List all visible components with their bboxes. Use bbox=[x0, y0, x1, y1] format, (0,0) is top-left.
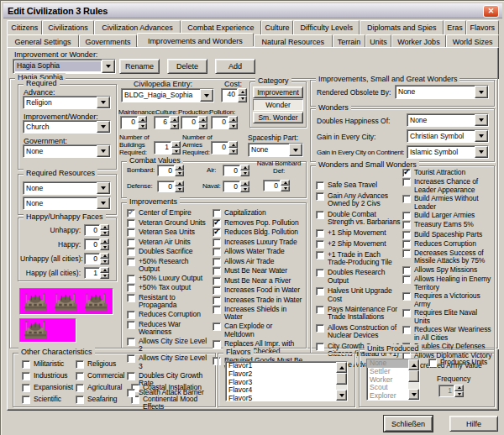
checkbox[interactable] bbox=[402, 326, 411, 334]
checkbox-allows-healing-in-enemy-territory[interactable]: Allows Healing in Enemy Territory bbox=[402, 275, 492, 291]
checkbox[interactable] bbox=[76, 372, 84, 380]
checkbox[interactable] bbox=[402, 240, 411, 249]
checkbox-doubles-city-growth-rate[interactable]: Doubles City Growth Rate bbox=[127, 372, 211, 388]
checkbox-doubles-sacrifice[interactable]: Doubles Sacrifice bbox=[127, 248, 211, 256]
checkbox[interactable] bbox=[402, 231, 411, 239]
tab-improvements-and-wonders[interactable]: Improvements and Wonders bbox=[137, 33, 253, 46]
spin-up-button[interactable] bbox=[100, 238, 109, 244]
spin-down-button[interactable] bbox=[100, 273, 109, 279]
checkbox[interactable] bbox=[316, 251, 324, 259]
required-improvement-dropdown[interactable]: Church bbox=[23, 120, 111, 134]
dropdown-arrow-button[interactable] bbox=[97, 182, 110, 194]
checkbox-allows-spy-missions[interactable]: Allows Spy Missions bbox=[402, 266, 492, 275]
checkbox[interactable] bbox=[316, 324, 324, 333]
checkbox-safe-sea-travel[interactable]: Safe Sea Travel bbox=[316, 181, 402, 190]
spin-down-button[interactable] bbox=[281, 186, 290, 191]
checkbox[interactable] bbox=[316, 306, 324, 314]
checkbox-increases-food-in-water[interactable]: Increases Food in Water bbox=[213, 286, 303, 295]
checkbox[interactable] bbox=[402, 212, 411, 220]
dropdown-arrow-button[interactable] bbox=[475, 130, 488, 142]
checkbox[interactable] bbox=[127, 372, 135, 380]
checkbox-allows-city-size-level-2[interactable]: Allows City Size Level 2 bbox=[127, 338, 211, 354]
checkbox-reduces-corruption[interactable]: Reduces Corruption bbox=[127, 311, 211, 319]
checkbox-expansionist[interactable]: Expansionist bbox=[22, 384, 74, 392]
checkbox-allows-construction-of-nuclear-devices[interactable]: Allows Construction of Nuclear Devices bbox=[316, 324, 402, 340]
checkbox[interactable] bbox=[76, 360, 84, 369]
cost-spinner[interactable]: 40 bbox=[221, 88, 247, 102]
spin-down-button[interactable] bbox=[100, 259, 109, 265]
checkbox[interactable] bbox=[127, 228, 135, 237]
checkbox-scientific[interactable]: Scientific bbox=[22, 396, 74, 404]
pollution-spinner[interactable]: 0 bbox=[211, 116, 238, 129]
tab-worker-jobs[interactable]: Worker Jobs bbox=[391, 34, 446, 48]
checkbox[interactable] bbox=[402, 249, 411, 258]
defense-spinner[interactable]: 0 bbox=[157, 181, 184, 192]
spinner-unhappy[interactable]: 0 bbox=[84, 224, 109, 236]
checkbox[interactable] bbox=[316, 229, 324, 238]
scrollbar-down-button[interactable] bbox=[336, 390, 347, 401]
checkbox-gain-any-advances-owned-by-2-civs[interactable]: Gain Any Advances Owned by 2 Civs bbox=[316, 192, 402, 208]
buildings-required-value[interactable]: 1 bbox=[154, 141, 171, 155]
bombard-spinner[interactable]: 0 bbox=[157, 165, 184, 176]
checkbox-increases-shields-in-water[interactable]: Increases Shields in Water bbox=[213, 306, 303, 322]
checkbox[interactable] bbox=[213, 258, 221, 266]
checkbox[interactable] bbox=[213, 322, 221, 331]
maintenance-value[interactable]: 0 bbox=[120, 116, 138, 129]
spin-up-button[interactable] bbox=[198, 116, 207, 123]
checkbox-commercial[interactable]: Commercial bbox=[76, 372, 129, 380]
tab-flavors[interactable]: Flavors bbox=[466, 20, 499, 34]
pollution-value[interactable]: 0 bbox=[211, 116, 228, 129]
spin-up-button[interactable] bbox=[281, 180, 290, 186]
government-dropdown[interactable]: None bbox=[23, 144, 111, 158]
bombard-value[interactable]: 0 bbox=[157, 165, 175, 176]
doubles-happiness-dropdown[interactable]: None bbox=[407, 113, 489, 127]
flavors-listbox[interactable]: Flavor1Flavor2Flavor3Flavor4Flavor5 bbox=[225, 361, 348, 401]
production-spinner[interactable]: 0 bbox=[181, 116, 207, 129]
checkbox[interactable] bbox=[316, 192, 324, 201]
checkbox[interactable] bbox=[76, 396, 84, 404]
checkbox[interactable] bbox=[402, 178, 411, 186]
spin-up-button[interactable] bbox=[170, 116, 179, 123]
checkbox[interactable] bbox=[402, 221, 411, 229]
checkbox[interactable] bbox=[213, 238, 221, 247]
spin-up-button[interactable] bbox=[100, 253, 109, 259]
spin-up-button[interactable] bbox=[100, 224, 109, 230]
checkbox[interactable] bbox=[402, 169, 411, 177]
checkbox[interactable] bbox=[213, 277, 221, 286]
checkbox-increases-luxury-trade[interactable]: Increases Luxury Trade bbox=[213, 238, 303, 247]
spinner-unhappy-all-cities[interactable]: 0 bbox=[84, 253, 109, 265]
dropdown-arrow-button[interactable] bbox=[97, 97, 110, 108]
checkbox-requires-a-victorious-army[interactable]: Requires a Victorious Army bbox=[402, 292, 492, 308]
tab-culture[interactable]: Culture bbox=[261, 20, 294, 34]
tab-diplomats-and-spies[interactable]: Diplomats and Spies bbox=[360, 20, 444, 34]
civilopedia-entry-dropdown[interactable]: BLDG_Hagia_Sophia bbox=[121, 88, 214, 102]
checkbox-allows-city-size-level-3[interactable]: Allows City Size Level 3 bbox=[127, 354, 211, 370]
checkbox-requires-elite-naval-units[interactable]: Requires Elite Naval Units bbox=[402, 309, 492, 325]
checkbox-decreases-success-of-missile-attacks-by-75[interactable]: Decreases Success of Missile Attacks by … bbox=[402, 249, 492, 265]
gain-every-city-dropdown[interactable]: Christian Symbol bbox=[407, 129, 489, 143]
checkbox-1-ship-movement[interactable]: +1 Ship Movement bbox=[316, 229, 402, 238]
add-button[interactable]: Add bbox=[215, 59, 255, 74]
checkbox[interactable] bbox=[316, 181, 324, 190]
flavors-scrollbar[interactable] bbox=[336, 362, 347, 401]
checkbox[interactable] bbox=[213, 296, 221, 305]
tab-natural-resources[interactable]: Natural Resources bbox=[254, 34, 333, 48]
gain-continent-dropdown[interactable]: Islamic Symbol bbox=[407, 145, 489, 159]
close-dialog-button[interactable]: Schließen bbox=[384, 416, 433, 432]
spin-down-button[interactable] bbox=[238, 96, 247, 103]
checkbox[interactable] bbox=[127, 338, 135, 346]
spin-down-button[interactable] bbox=[240, 186, 249, 192]
spin-down-button[interactable] bbox=[171, 148, 181, 155]
dropdown-arrow-button[interactable] bbox=[97, 121, 110, 133]
spin-down-button[interactable] bbox=[175, 170, 184, 176]
checkbox[interactable] bbox=[127, 389, 135, 397]
checkbox-reduces-corruption[interactable]: Reduces Corruption bbox=[402, 240, 492, 249]
checkbox-capitalization[interactable]: Capitalization bbox=[213, 209, 303, 218]
naval-bombard-def-spinner[interactable]: 0 bbox=[263, 180, 290, 191]
checkbox[interactable] bbox=[316, 240, 324, 249]
checkbox-build-larger-armies[interactable]: Build Larger Armies bbox=[402, 212, 492, 220]
dropdown-arrow-button[interactable] bbox=[289, 144, 302, 156]
checkbox-pays-maintenance-for-trade-installations[interactable]: Pays Maintenance For Trade Installations bbox=[316, 306, 402, 322]
checkbox-veteran-ground-units[interactable]: Veteran Ground Units bbox=[127, 219, 211, 228]
checkbox-50-tax-output[interactable]: +50% Tax output bbox=[127, 284, 211, 292]
